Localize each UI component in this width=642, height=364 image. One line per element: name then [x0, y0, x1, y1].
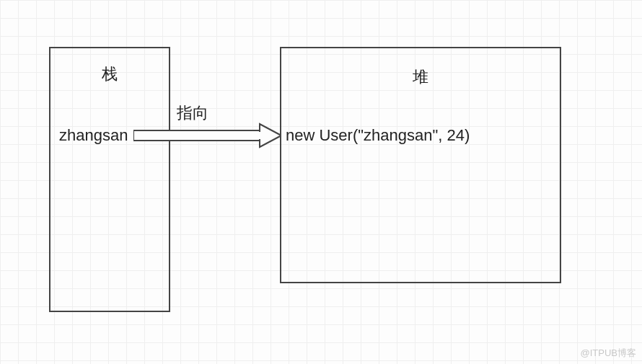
stack-variable: zhangsan [59, 126, 128, 145]
stack-box [49, 47, 170, 312]
svg-marker-1 [260, 124, 281, 147]
heap-title: 堆 [280, 66, 561, 88]
svg-rect-2 [258, 132, 261, 139]
stack-title: 栈 [49, 63, 170, 85]
svg-rect-0 [133, 130, 260, 141]
heap-object: new User("zhangsan", 24) [286, 126, 470, 145]
watermark: @ITPUB博客 [581, 347, 636, 360]
pointer-arrow-icon [133, 121, 281, 150]
